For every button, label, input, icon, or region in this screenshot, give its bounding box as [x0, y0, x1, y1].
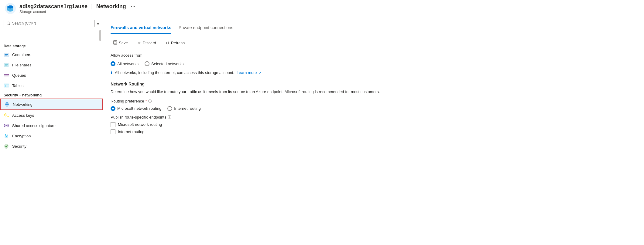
allow-access-label: Allow access from [111, 53, 521, 58]
ms-routing-label: Microsoft network routing [117, 106, 161, 111]
info-icon: ℹ [111, 70, 112, 76]
refresh-label: Refresh [171, 41, 185, 45]
publish-ms-checkbox[interactable] [111, 122, 115, 127]
networking-icon [4, 102, 10, 107]
info-banner: ℹ All networks, including the internet, … [111, 70, 521, 76]
external-link-icon: ↗ [259, 71, 261, 75]
publish-internet-checkbox[interactable] [111, 129, 115, 134]
selected-networks-option[interactable]: Selected networks [145, 61, 183, 66]
ms-routing-radio[interactable] [111, 106, 115, 111]
search-box[interactable] [4, 20, 94, 27]
save-button[interactable]: Save [111, 39, 130, 47]
collapse-sidebar-button[interactable]: « [97, 21, 99, 26]
tab-private-endpoints[interactable]: Private endpoint connections [179, 22, 233, 34]
all-networks-option[interactable]: All networks [111, 61, 139, 66]
discard-button[interactable]: ✕ Discard [135, 39, 159, 47]
sidebar-item-access-keys[interactable]: Access keys [0, 110, 103, 120]
file-shares-label: File shares [12, 63, 32, 67]
sidebar-item-networking[interactable]: Networking [0, 99, 103, 110]
refresh-icon: ↺ [166, 41, 170, 45]
networking-label: Networking [13, 102, 33, 107]
svg-point-2 [7, 5, 13, 8]
search-input[interactable] [12, 21, 92, 25]
svg-rect-13 [4, 84, 9, 87]
discard-label: Discard [143, 41, 156, 45]
security-label: Security [12, 144, 26, 149]
tables-label: Tables [12, 83, 24, 88]
data-storage-section-label: Data storage [0, 42, 103, 49]
sidebar-item-tables[interactable]: Tables [0, 80, 103, 91]
svg-line-21 [7, 116, 9, 117]
internet-routing-label: Internet routing [174, 106, 200, 111]
resource-name: adlsg2datascans1rg1ause [19, 3, 87, 10]
selected-networks-label: Selected networks [151, 62, 183, 66]
svg-point-28 [6, 136, 7, 137]
sidebar-item-containers[interactable]: Containers [0, 49, 103, 60]
learn-more-link[interactable]: Learn more ↗ [237, 70, 261, 75]
publish-endpoints-label: Publish route-specific endpoints ⓘ [111, 115, 521, 120]
header-text-block: adlsg2datascans1rg1ause | Networking ···… [19, 3, 135, 14]
internet-routing-radio[interactable] [167, 106, 172, 111]
content-inner: Firewalls and virtual networks Private e… [103, 17, 529, 139]
access-keys-icon [4, 112, 9, 118]
sidebar-item-queues[interactable]: Queues [0, 70, 103, 80]
header-divider: | [91, 3, 93, 10]
publish-info-icon[interactable]: ⓘ [168, 115, 171, 120]
network-routing-section: Network Routing Determine how you would … [111, 82, 521, 134]
page-header: adlsg2datascans1rg1ause | Networking ···… [0, 0, 644, 17]
internet-routing-option[interactable]: Internet routing [167, 106, 200, 111]
svg-line-4 [9, 24, 10, 25]
sidebar-item-file-shares[interactable]: File shares [0, 60, 103, 70]
sas-icon [4, 123, 9, 128]
ms-routing-option[interactable]: Microsoft network routing [111, 106, 161, 111]
sas-label: Shared access signature [12, 123, 56, 128]
content-area: Firewalls and virtual networks Private e… [103, 17, 644, 245]
publish-ms-option[interactable]: Microsoft network routing [111, 122, 521, 127]
more-options-button[interactable]: ··· [131, 3, 135, 10]
svg-rect-12 [4, 76, 9, 76]
publish-internet-option[interactable]: Internet routing [111, 129, 521, 134]
info-text: All networks, including the internet, ca… [115, 70, 234, 75]
scrollbar-thumb [99, 30, 101, 41]
sidebar: « Data storage Containers File shares [0, 17, 103, 245]
security-icon [4, 143, 9, 149]
security-networking-section-label: Security + networking [0, 91, 103, 99]
discard-icon: ✕ [138, 41, 141, 45]
svg-rect-6 [5, 54, 8, 55]
selected-networks-radio[interactable] [145, 61, 149, 66]
sidebar-item-security[interactable]: Security [0, 141, 103, 151]
file-shares-icon [4, 62, 9, 68]
tables-icon [4, 83, 9, 88]
containers-label: Containers [12, 52, 31, 57]
sidebar-search-container: « [0, 17, 103, 29]
publish-checkbox-group: Microsoft network routing Internet routi… [111, 122, 521, 134]
routing-info-icon[interactable]: ⓘ [148, 99, 152, 104]
save-label: Save [119, 41, 128, 45]
tab-firewalls[interactable]: Firewalls and virtual networks [111, 22, 171, 34]
save-icon [113, 40, 117, 45]
encryption-icon [4, 133, 9, 139]
sidebar-item-shared-access-signature[interactable]: Shared access signature [0, 120, 103, 131]
svg-rect-7 [5, 55, 7, 55]
search-icon [6, 21, 10, 25]
main-layout: « Data storage Containers File shares [0, 17, 644, 245]
publish-internet-label: Internet routing [118, 129, 144, 134]
storage-account-icon [5, 3, 16, 14]
refresh-button[interactable]: ↺ Refresh [163, 39, 187, 47]
svg-rect-9 [5, 64, 8, 65]
svg-point-22 [5, 115, 6, 116]
svg-rect-11 [4, 74, 9, 75]
all-networks-label: All networks [117, 62, 139, 66]
svg-rect-10 [5, 65, 7, 65]
sidebar-item-encryption[interactable]: Encryption [0, 131, 103, 141]
publish-ms-label: Microsoft network routing [118, 122, 162, 127]
access-radio-group: All networks Selected networks [111, 61, 521, 66]
svg-rect-30 [114, 41, 116, 42]
all-networks-radio[interactable] [111, 61, 115, 66]
resource-type: Storage account [19, 10, 135, 14]
network-routing-heading: Network Routing [111, 82, 521, 86]
svg-rect-31 [114, 43, 117, 44]
routing-radio-group: Microsoft network routing Internet routi… [111, 106, 521, 111]
network-routing-desc: Determine how you would like to route yo… [111, 89, 521, 95]
encryption-label: Encryption [12, 134, 31, 138]
